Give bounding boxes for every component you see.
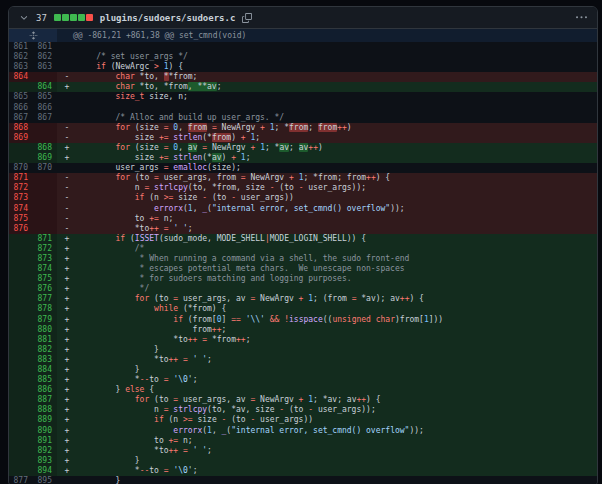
old-line-number[interactable] — [9, 294, 33, 304]
old-line-number[interactable]: 873 — [9, 193, 33, 203]
old-line-number[interactable] — [9, 385, 33, 395]
old-line-number[interactable]: 863 — [9, 62, 33, 72]
old-line-number[interactable]: 876 — [9, 224, 33, 234]
new-line-number[interactable]: 863 — [33, 62, 57, 72]
old-line-number[interactable] — [9, 456, 33, 466]
new-line-number[interactable]: 868 — [33, 143, 57, 153]
new-line-number[interactable]: 877 — [33, 294, 57, 304]
new-line-number[interactable]: 878 — [33, 304, 57, 314]
new-line-number[interactable]: 865 — [33, 92, 57, 102]
old-line-number[interactable] — [9, 395, 33, 405]
old-line-number[interactable]: 867 — [9, 113, 33, 123]
old-line-number[interactable] — [9, 244, 33, 254]
new-line-number[interactable]: 861 — [33, 42, 57, 52]
new-line-number[interactable]: 895 — [33, 476, 57, 484]
expand-hunk-button[interactable] — [9, 29, 57, 42]
new-line-number[interactable]: 872 — [33, 244, 57, 254]
code-line: to += n; — [77, 436, 597, 446]
new-line-number[interactable]: 880 — [33, 325, 57, 335]
old-line-number[interactable] — [9, 325, 33, 335]
old-line-number[interactable]: 877 — [9, 476, 33, 484]
new-line-number[interactable]: 870 — [33, 163, 57, 173]
old-line-number[interactable] — [9, 466, 33, 476]
diff-row: 878+ while (*from) { — [9, 304, 597, 314]
new-line-number[interactable] — [33, 123, 57, 133]
old-line-number[interactable] — [9, 82, 33, 92]
new-line-number[interactable]: 862 — [33, 52, 57, 62]
new-line-number[interactable]: 887 — [33, 395, 57, 405]
code-line: if (n >= size - (to - user_args)) — [77, 415, 597, 425]
new-line-number[interactable]: 871 — [33, 234, 57, 244]
new-line-number[interactable]: 886 — [33, 385, 57, 395]
copy-path-button[interactable] — [242, 13, 252, 23]
old-line-number[interactable]: 866 — [9, 103, 33, 113]
new-line-number[interactable]: 873 — [33, 254, 57, 264]
new-line-number[interactable]: 885 — [33, 375, 57, 385]
old-line-number[interactable] — [9, 304, 33, 314]
old-line-number[interactable] — [9, 405, 33, 415]
new-line-number[interactable] — [33, 133, 57, 143]
new-line-number[interactable]: 874 — [33, 264, 57, 274]
new-line-number[interactable]: 884 — [33, 365, 57, 375]
old-line-number[interactable] — [9, 436, 33, 446]
old-line-number[interactable] — [9, 446, 33, 456]
new-line-number[interactable]: 894 — [33, 466, 57, 476]
new-line-number[interactable] — [33, 224, 57, 234]
old-line-number[interactable] — [9, 234, 33, 244]
new-line-number[interactable]: 881 — [33, 335, 57, 345]
new-line-number[interactable]: 888 — [33, 405, 57, 415]
old-line-number[interactable] — [9, 375, 33, 385]
old-line-number[interactable]: 872 — [9, 183, 33, 193]
file-options-button[interactable] — [576, 12, 587, 23]
new-line-number[interactable]: 867 — [33, 113, 57, 123]
old-line-number[interactable]: 862 — [9, 52, 33, 62]
new-line-number[interactable] — [33, 183, 57, 193]
new-line-number[interactable] — [33, 72, 57, 82]
new-line-number[interactable]: 883 — [33, 355, 57, 365]
new-line-number[interactable]: 864 — [33, 82, 57, 92]
new-line-number[interactable]: 891 — [33, 436, 57, 446]
old-line-number[interactable] — [9, 153, 33, 163]
old-line-number[interactable] — [9, 415, 33, 425]
diff-marker: + — [57, 375, 77, 385]
old-line-number[interactable]: 868 — [9, 123, 33, 133]
old-line-number[interactable] — [9, 143, 33, 153]
old-line-number[interactable]: 865 — [9, 92, 33, 102]
new-line-number[interactable]: 869 — [33, 153, 57, 163]
old-line-number[interactable] — [9, 284, 33, 294]
diff-row: 873+ * When running a command via a shel… — [9, 254, 597, 264]
new-line-number[interactable]: 876 — [33, 284, 57, 294]
collapse-file-button[interactable] — [19, 13, 29, 23]
old-line-number[interactable] — [9, 264, 33, 274]
old-line-number[interactable] — [9, 335, 33, 345]
new-line-number[interactable]: 890 — [33, 426, 57, 436]
old-line-number[interactable]: 875 — [9, 214, 33, 224]
old-line-number[interactable] — [9, 254, 33, 264]
new-line-number[interactable]: 892 — [33, 446, 57, 456]
file-path-link[interactable]: plugins/sudoers/sudoers.c — [100, 13, 235, 23]
old-line-number[interactable] — [9, 274, 33, 284]
old-line-number[interactable]: 870 — [9, 163, 33, 173]
old-line-number[interactable]: 864 — [9, 72, 33, 82]
new-line-number[interactable] — [33, 204, 57, 214]
old-line-number[interactable] — [9, 315, 33, 325]
old-line-number[interactable] — [9, 365, 33, 375]
new-line-number[interactable]: 882 — [33, 345, 57, 355]
old-line-number[interactable] — [9, 345, 33, 355]
new-line-number[interactable] — [33, 193, 57, 203]
new-line-number[interactable] — [33, 173, 57, 183]
new-line-number[interactable]: 893 — [33, 456, 57, 466]
old-line-number[interactable] — [9, 426, 33, 436]
diff-row: 868+ for (size = 0, av = NewArgv + 1; *a… — [9, 143, 597, 153]
old-line-number[interactable]: 874 — [9, 204, 33, 214]
old-line-number[interactable]: 861 — [9, 42, 33, 52]
old-line-number[interactable] — [9, 355, 33, 365]
new-line-number[interactable]: 889 — [33, 415, 57, 425]
old-line-number[interactable]: 869 — [9, 133, 33, 143]
old-line-number[interactable]: 871 — [9, 173, 33, 183]
new-line-number[interactable]: 875 — [33, 274, 57, 284]
diff-row: 886+ } else { — [9, 385, 597, 395]
new-line-number[interactable]: 879 — [33, 315, 57, 325]
new-line-number[interactable]: 866 — [33, 103, 57, 113]
new-line-number[interactable] — [33, 214, 57, 224]
